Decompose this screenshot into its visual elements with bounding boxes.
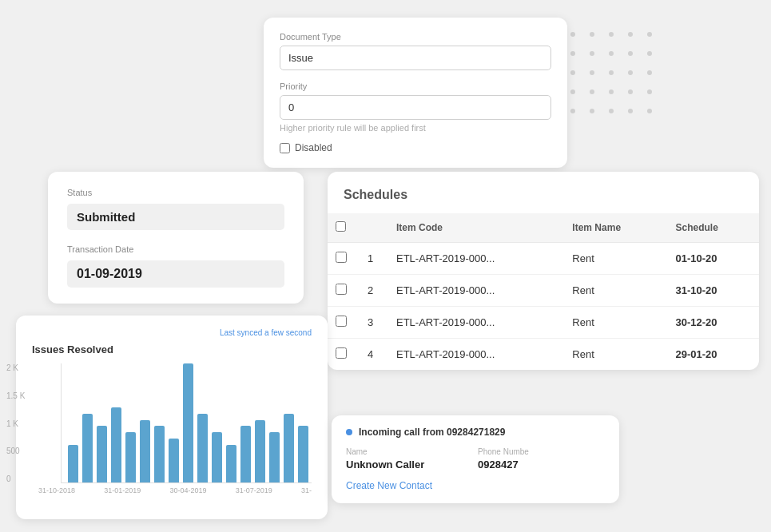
th-item-code: Item Code: [385, 213, 561, 243]
sync-label: Last synced a few second: [32, 328, 312, 337]
y-label-500: 500: [6, 447, 25, 455]
call-header-text: Incoming call from 09284271829: [359, 427, 505, 438]
chart-bar: [97, 426, 107, 482]
table-row: 3 ETL-ART-2019-000... Rent 30-12-20: [328, 307, 759, 339]
row-checkbox-cell: [328, 243, 356, 275]
chart-x-labels: 31-10-2018 31-01-2019 30-04-2019 31-07-2…: [38, 486, 312, 494]
row-schedule: 31-10-20: [665, 275, 759, 307]
row-num: 4: [356, 339, 385, 371]
chart-bar: [111, 407, 121, 482]
name-value: Unknown Caller: [346, 459, 473, 470]
schedules-table: Item Code Item Name Schedule 1 ETL-ART-2…: [328, 213, 759, 370]
chart-bar: [154, 426, 165, 482]
y-label-1k: 1 K: [6, 419, 25, 428]
row-item-name: Rent: [561, 275, 664, 307]
chart-bar: [284, 414, 294, 482]
row-item-name: Rent: [561, 243, 664, 275]
disabled-checkbox[interactable]: [280, 143, 290, 153]
th-num: [356, 213, 385, 243]
row-item-code: ETL-ART-2019-000...: [385, 307, 561, 339]
row-checkbox-cell: [328, 339, 356, 371]
chart-y-labels: 2 K 1.5 K 1 K 500 0: [6, 363, 25, 483]
call-dot-icon: [346, 429, 352, 435]
chart-bar: [269, 432, 280, 482]
name-field: Name Unknown Caller: [346, 447, 473, 470]
row-checkbox-3[interactable]: [336, 347, 347, 359]
chart-bar: [255, 420, 265, 482]
table-row: 4 ETL-ART-2019-000... Rent 29-01-20: [328, 339, 759, 371]
select-all-checkbox[interactable]: [336, 221, 346, 232]
row-item-code: ETL-ART-2019-000...: [385, 275, 561, 307]
disabled-row: Disabled: [280, 142, 551, 153]
status-card: Status Submitted Transaction Date 01-09-…: [48, 172, 304, 304]
row-item-name: Rent: [561, 339, 664, 371]
dot-pattern: [551, 32, 662, 123]
chart-bar: [197, 414, 208, 482]
th-checkbox: [328, 213, 356, 243]
chart-bar: [240, 426, 251, 482]
create-contact-button[interactable]: Create New Contact: [346, 480, 432, 491]
status-value: Submitted: [67, 204, 284, 230]
row-num: 2: [356, 275, 385, 307]
row-item-name: Rent: [561, 307, 664, 339]
transaction-date-label: Transaction Date: [67, 244, 284, 254]
y-label-0: 0: [6, 474, 25, 483]
phone-value: 0928427: [478, 459, 605, 470]
y-label-15k: 1.5 K: [6, 391, 25, 400]
priority-input[interactable]: [280, 95, 551, 120]
phone-field: Phone Numbe 0928427: [478, 447, 605, 470]
y-label-2k: 2 K: [6, 363, 25, 372]
schedules-title: Schedules: [328, 188, 759, 213]
disabled-label: Disabled: [295, 142, 332, 153]
row-num: 1: [356, 243, 385, 275]
call-fields: Name Unknown Caller Phone Numbe 0928427: [346, 447, 605, 470]
status-label: Status: [67, 188, 284, 197]
chart-bar: [212, 432, 222, 482]
row-item-code: ETL-ART-2019-000...: [385, 243, 561, 275]
row-num: 3: [356, 307, 385, 339]
document-type-label: Document Type: [280, 32, 551, 42]
row-item-code: ETL-ART-2019-000...: [385, 339, 561, 371]
chart-bar: [183, 363, 193, 482]
call-header: Incoming call from 09284271829: [346, 427, 605, 438]
chart-bar: [169, 439, 179, 482]
row-checkbox-cell: [328, 307, 356, 339]
phone-label: Phone Numbe: [478, 447, 605, 456]
name-label: Name: [346, 447, 473, 456]
document-type-card: Document Type Priority Higher priority r…: [264, 18, 567, 168]
chart-bar: [140, 420, 150, 482]
table-row: 2 ETL-ART-2019-000... Rent 31-10-20: [328, 275, 759, 307]
chart-bar: [298, 426, 308, 482]
document-type-input[interactable]: [280, 46, 551, 70]
chart-bar: [68, 445, 78, 482]
th-item-name: Item Name: [561, 213, 664, 243]
row-checkbox-cell: [328, 275, 356, 307]
row-checkbox-0[interactable]: [336, 252, 347, 263]
priority-hint: Higher priority rule will be applied fir…: [280, 123, 551, 133]
chart-bar: [226, 445, 236, 482]
chart-card: Last synced a few second Issues Resolved…: [16, 316, 328, 519]
schedules-card: Schedules Item Code Item Name Schedule 1…: [328, 172, 759, 370]
chart-bar: [82, 414, 93, 482]
row-schedule: 30-12-20: [665, 307, 759, 339]
chart-area: [61, 363, 312, 483]
table-row: 1 ETL-ART-2019-000... Rent 01-10-20: [328, 243, 759, 275]
row-schedule: 29-01-20: [665, 339, 759, 371]
row-checkbox-2[interactable]: [336, 316, 347, 327]
th-schedule: Schedule: [665, 213, 759, 243]
chart-bar: [125, 432, 136, 482]
priority-label: Priority: [280, 81, 551, 91]
table-header-row: Item Code Item Name Schedule: [328, 213, 759, 243]
chart-title: Issues Resolved: [32, 343, 312, 355]
transaction-date-value: 01-09-2019: [67, 260, 284, 288]
call-card: Incoming call from 09284271829 Name Unkn…: [332, 415, 619, 503]
row-checkbox-1[interactable]: [336, 284, 347, 295]
row-schedule: 01-10-20: [665, 243, 759, 275]
